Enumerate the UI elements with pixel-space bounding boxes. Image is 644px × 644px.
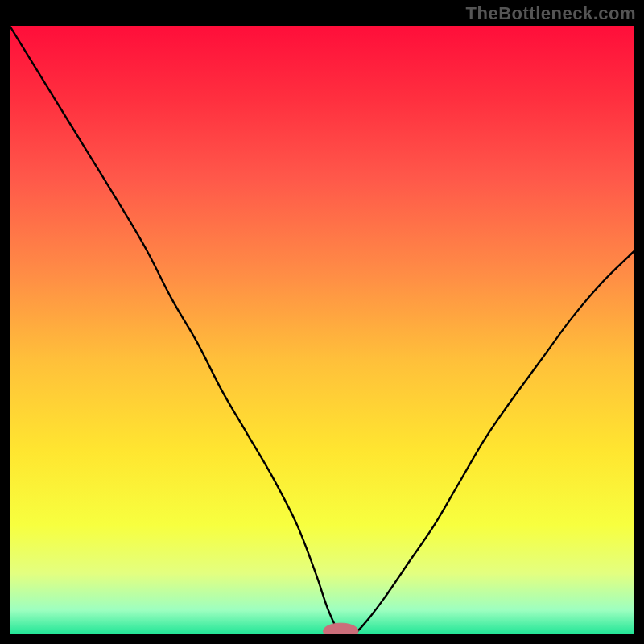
bottleneck-curve-chart [10,26,634,634]
plot-area [10,26,634,634]
chart-frame: TheBottleneck.com [0,0,644,644]
gradient-background [10,26,634,634]
watermark-text: TheBottleneck.com [466,3,636,24]
